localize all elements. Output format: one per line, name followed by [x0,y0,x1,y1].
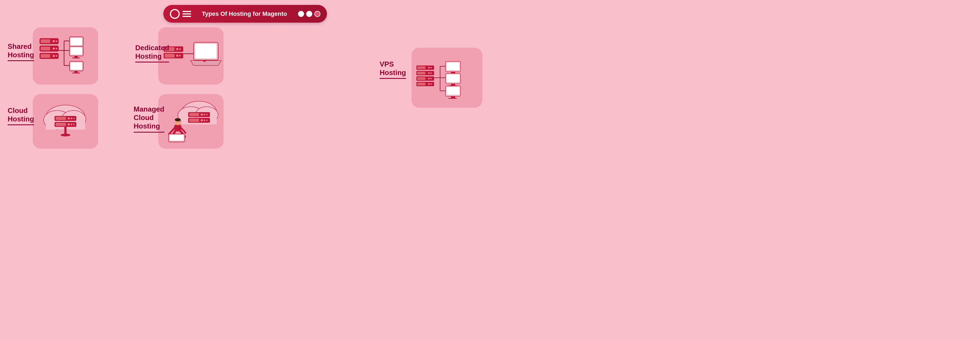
circle-icon [170,9,180,19]
dedicated-hosting-icon [161,30,221,82]
svg-point-91 [428,83,430,85]
svg-point-70 [204,120,205,121]
cloud-hosting-icon [38,97,93,146]
page-title: Types Of Hosting for Magento [196,10,294,18]
svg-rect-22 [71,48,82,54]
svg-rect-68 [189,119,199,122]
svg-rect-24 [72,57,80,58]
dedicated-hosting-label: Dedicated Hosting [135,44,169,62]
svg-point-79 [428,67,430,69]
title-dots [298,11,320,17]
title-bar: Types Of Hosting for Magento [163,5,327,22]
menu-line [183,13,191,14]
svg-rect-86 [417,77,425,80]
svg-rect-82 [417,72,425,75]
svg-point-92 [431,83,432,85]
svg-rect-107 [447,87,460,95]
menu-line [183,16,191,17]
svg-point-64 [201,113,203,116]
vps-hosting-icon [414,51,480,105]
svg-point-87 [428,78,430,80]
managed-cloud-hosting-card [158,94,224,149]
svg-rect-90 [417,83,425,85]
svg-rect-5 [41,47,50,51]
svg-point-10 [52,55,55,57]
title-bar-left [170,9,191,19]
svg-rect-109 [449,98,457,99]
svg-point-74 [175,118,181,121]
svg-point-66 [207,114,208,115]
svg-point-2 [52,40,55,42]
svg-point-6 [52,48,55,49]
svg-rect-26 [71,62,82,70]
svg-point-69 [201,119,203,121]
svg-rect-100 [451,72,455,73]
svg-point-84 [431,73,432,74]
svg-rect-63 [189,113,199,116]
svg-point-51 [176,54,178,57]
vps-hosting-card [412,48,482,108]
svg-point-40 [68,123,70,126]
svg-rect-76 [170,135,184,141]
svg-point-88 [431,78,432,80]
svg-rect-103 [447,75,460,82]
svg-rect-99 [447,62,460,70]
svg-rect-1 [41,39,50,43]
svg-point-36 [71,118,72,119]
svg-point-47 [176,48,178,50]
cloud-hosting-label: Cloud Hosting [8,107,34,125]
svg-point-44 [60,134,70,136]
svg-point-3 [56,40,57,42]
cloud-hosting-card [33,94,98,149]
svg-point-80 [431,67,432,69]
svg-rect-34 [56,117,66,120]
vps-hosting-label: VPS Hosting [380,60,406,79]
svg-rect-39 [56,123,66,126]
shared-hosting-icon [37,30,94,82]
svg-rect-55 [195,44,216,58]
svg-point-48 [179,48,181,50]
svg-marker-56 [190,61,221,65]
svg-rect-57 [203,61,206,62]
svg-point-71 [207,120,208,121]
menu-lines-icon [183,11,191,17]
svg-point-41 [71,124,72,125]
svg-point-65 [204,114,205,115]
shared-hosting-label: Shared Hosting [8,42,34,61]
svg-point-35 [68,117,70,120]
svg-point-7 [56,48,57,49]
svg-rect-23 [75,56,78,57]
svg-rect-78 [417,66,425,69]
svg-rect-28 [72,73,80,73]
dot-icon [314,11,320,17]
shared-hosting-card [33,27,98,84]
svg-point-42 [73,124,75,125]
svg-rect-18 [71,38,82,45]
dot-icon [298,11,304,17]
svg-rect-9 [41,54,50,58]
dot-icon [306,11,312,17]
svg-point-83 [428,72,430,74]
svg-point-11 [56,55,57,57]
svg-rect-108 [451,96,455,98]
svg-rect-104 [451,84,455,85]
managed-cloud-hosting-label: Managed Cloud Hosting [134,105,164,132]
svg-point-37 [73,118,75,119]
svg-rect-27 [75,71,78,73]
managed-cloud-hosting-icon [161,96,221,147]
menu-line [183,11,191,12]
svg-point-52 [179,55,181,56]
